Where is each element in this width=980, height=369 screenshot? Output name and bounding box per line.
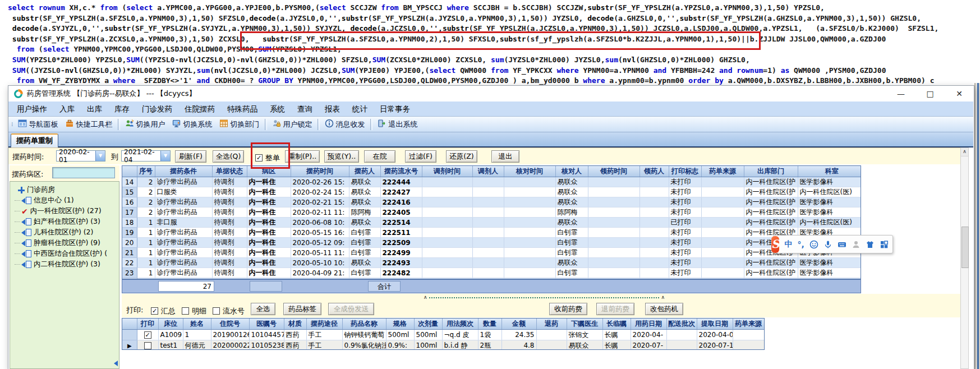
table-row[interactable]: 191诊疗带出药品待调剂内一科住2020-05-15 16:白钊霏222511白… (122, 228, 861, 238)
row-number[interactable]: 19 (122, 228, 137, 238)
close-button[interactable]: ✕ (952, 86, 967, 102)
toolbar-nav-panel-button[interactable]: 导航面板 (15, 118, 62, 131)
column-header[interactable]: 领药人 (639, 166, 669, 177)
menu-item[interactable]: 查询 (291, 102, 319, 116)
column-header[interactable]: 科室 (798, 166, 861, 177)
column-header[interactable]: 调剂人 (472, 166, 504, 177)
column-header[interactable]: 核对时间 (504, 166, 555, 177)
menu-item[interactable]: 报表 (319, 102, 346, 116)
menu-item[interactable]: 住院摆药 (178, 102, 221, 116)
row-selector[interactable] (122, 330, 137, 340)
print-row-checkbox[interactable]: ✓ (144, 331, 151, 339)
column-header[interactable]: 领药时间 (588, 166, 639, 177)
emoticon-icon[interactable] (809, 240, 818, 249)
sogou-logo-icon[interactable]: S (771, 236, 779, 253)
column-header[interactable]: 药单来源 (733, 319, 764, 330)
column-header[interactable]: 用药日期 (631, 319, 666, 330)
column-header[interactable]: 下嘱医生 (567, 319, 602, 330)
tree-node[interactable]: 妇产科住院区(护) (3) (10, 216, 119, 227)
column-header[interactable]: 医嘱号 (249, 319, 284, 330)
row-number[interactable]: 23 (122, 268, 137, 278)
tab-rebuild-dispense-sheet[interactable]: 摆药单重制 (11, 133, 58, 147)
select-all-button[interactable]: 全选(Q) (213, 150, 244, 163)
in-hospital-button[interactable]: 在院 (364, 150, 395, 163)
toolbar-switch-user-button[interactable]: 切换用户 (122, 118, 169, 131)
tree-node[interactable]: 儿科住院区(护) (2) (10, 227, 119, 238)
menu-item[interactable]: 库存 (108, 102, 136, 116)
column-header[interactable]: 药品名称 (342, 319, 386, 330)
row-number[interactable]: 15 (122, 187, 137, 197)
table-row[interactable]: 172诊疗带出药品待调剂内一科住2020-02-11 11:陈阿梅222405陈… (122, 207, 861, 218)
menu-item[interactable]: 入库 (53, 102, 81, 116)
tree-node[interactable]: ✔内一科住院区(护) (27) (10, 206, 119, 216)
row-number[interactable]: 21 (122, 248, 137, 258)
column-header[interactable]: 数量 (478, 319, 501, 330)
table-row[interactable]: ✓A1009120190012610104457西药手工钠钾镁钙葡萄500ml5… (122, 330, 764, 340)
soft-keyboard-icon[interactable] (838, 240, 846, 249)
account-icon[interactable] (852, 240, 861, 249)
print-row-checkbox[interactable] (144, 342, 151, 349)
horizontal-scrollbar[interactable]: ∧ ∧ (424, 294, 665, 301)
column-header[interactable]: 摆药人 (349, 166, 380, 177)
scroll-thumb[interactable] (961, 227, 969, 268)
row-number[interactable]: 17 (122, 207, 137, 218)
column-header[interactable]: 摆药条件 (155, 166, 212, 177)
rebuild-button[interactable]: 重制(P).. (285, 150, 320, 163)
toolbar-switch-dept-button[interactable]: 切换部门 (216, 118, 263, 131)
toolbox-icon[interactable] (880, 240, 889, 249)
column-header[interactable]: 单据状态 (212, 166, 247, 177)
menu-item[interactable]: 特殊药品 (221, 102, 264, 116)
column-header[interactable]: 长临嘱 (602, 319, 631, 330)
table-row[interactable]: 231诊疗带出药品待调剂内一科住2020-04-09 21:白钊霏222482白… (122, 268, 861, 278)
row-number[interactable]: 22 (122, 258, 137, 268)
column-header[interactable]: 住院号 (211, 319, 249, 330)
tree-node[interactable]: 内二科住院区(护) (3) (10, 259, 119, 270)
menu-item[interactable]: 系统 (264, 102, 291, 116)
column-header[interactable]: 提取日期 (697, 319, 733, 330)
refresh-button[interactable]: 刷新(F) (175, 150, 206, 163)
row-selector[interactable]: ▶ (122, 340, 137, 350)
select-all-print-button[interactable]: 全选 (251, 303, 275, 315)
microphone-icon[interactable] (823, 240, 832, 249)
column-header[interactable]: 次剂量 (414, 319, 442, 330)
checkbox[interactable] (213, 307, 220, 315)
tree-node[interactable]: 信息中心 (1) (10, 195, 119, 206)
menu-item[interactable]: 用户操作 (11, 102, 53, 116)
date-to-combo[interactable]: 2021-02-04 ▼ (121, 150, 171, 162)
minimize-button[interactable]: — (894, 86, 908, 102)
column-header[interactable]: 规格 (386, 319, 414, 330)
toolbar-message-button[interactable]: 消息收发 (321, 118, 369, 131)
column-header[interactable]: 摆药流水号 (380, 166, 422, 177)
column-header[interactable]: 序号 (137, 166, 155, 177)
toolbar-quick-toolbar-button[interactable]: 快捷工具栏 (62, 118, 116, 131)
column-header[interactable]: 用法频次 (442, 319, 478, 330)
column-header[interactable]: 摆药时间 (291, 166, 349, 177)
table-row[interactable]: 211诊疗带出药品待调剂内一科住2020-05-11 11:白钊霏222499白… (122, 248, 861, 258)
table-row[interactable]: 162诊疗带出药品待调剂内一科住2020-02-21 15:易联众222416易… (122, 197, 861, 207)
scroll-track[interactable] (429, 297, 660, 298)
chevron-down-icon[interactable]: ▼ (95, 151, 105, 161)
column-header[interactable]: 材质 (284, 319, 306, 330)
checkbox[interactable]: ✓ (151, 307, 158, 315)
menu-item[interactable]: 出库 (81, 102, 108, 116)
vertical-scrollbar[interactable]: ∧ (960, 147, 969, 369)
column-header[interactable]: 调剂时间 (422, 166, 472, 177)
column-header[interactable]: 打印 (137, 319, 158, 330)
refund-fee-button[interactable]: 退前药费 (596, 303, 634, 315)
toolbar-switch-system-button[interactable]: 切换系统 (169, 118, 216, 131)
menu-item[interactable]: 统计 (346, 102, 374, 116)
toolbar-user-lock-button[interactable]: 用户锁定 (269, 118, 316, 131)
table-row[interactable]: 152口服类待调剂内一科住2020-02-24 15:易联众222427易联众未… (122, 187, 861, 197)
filter-button[interactable]: 过滤(F) (405, 150, 436, 163)
chinese-mode-icon[interactable]: 中 (784, 239, 792, 250)
row-number[interactable]: 14 (122, 177, 137, 187)
column-header[interactable]: 核对人 (555, 166, 588, 177)
tree-scroll-left-icon[interactable] (114, 361, 118, 366)
column-header[interactable]: 金额 (501, 319, 536, 330)
menu-item[interactable]: 日常事务 (374, 102, 416, 116)
column-header[interactable]: 摆药途径 (306, 319, 342, 330)
scroll-left-icon[interactable]: ∧ (424, 294, 427, 301)
column-header[interactable]: 配送批次 (666, 319, 697, 330)
ward-input[interactable] (52, 167, 115, 178)
menu-item[interactable]: 门诊发药 (136, 102, 178, 116)
